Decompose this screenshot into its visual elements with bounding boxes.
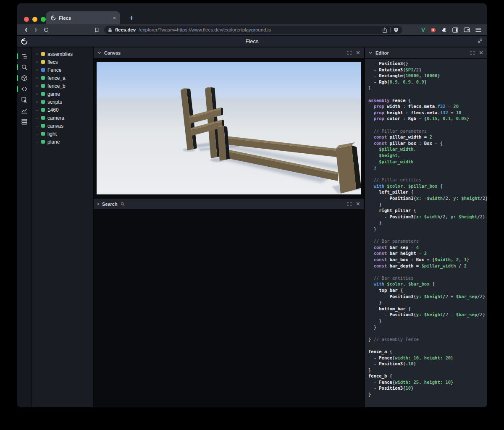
tree-item-flecs[interactable]: ›flecs [32,58,93,66]
code-line: } [368,220,487,226]
leaf-dash-icon: – [35,131,39,136]
rail-entity-tree-button[interactable] [17,53,32,60]
share-link-icon[interactable] [477,38,483,44]
close-window-button[interactable] [24,17,29,22]
code-line: } [368,367,487,373]
code-line: } [368,226,487,232]
url-host: flecs.dev [115,27,136,32]
rail-statistics-button[interactable] [17,108,32,114]
entity-label: flecs [47,59,58,65]
back-button[interactable] [21,25,31,34]
tree-outline-icon [21,53,28,60]
browser-toolbar: flecs.dev /explorer/?wasm=https://www.fl… [17,24,487,36]
red-extension-icon[interactable] [430,27,436,33]
entity-label: assemblies [47,51,73,57]
code-line: const bar_depth = $pillar_width / 2 [368,263,487,269]
code-line: prop width : flecs.meta.f32 = 20 [368,103,487,110]
reload-button[interactable] [41,25,51,34]
entity-label: camera [47,115,64,121]
code-line: // Pillar parameters [368,128,487,134]
code-content[interactable]: - Position3{} - Rotation3{$PI/2} - Recta… [365,59,487,407]
leaf-dash-icon: – [35,139,39,144]
rail-search-button[interactable] [17,64,32,71]
code-line: } // assembly Fence [368,336,487,343]
fullscreen-icon[interactable] [470,51,475,55]
new-tab-button[interactable]: + [126,13,137,24]
tree-item-Fence[interactable]: ›Fence [32,66,93,74]
tree-item-1460[interactable]: –1460 [32,106,93,114]
editor-panel-title: Editor [375,50,389,55]
expand-arrow-icon[interactable]: › [35,60,39,64]
code-line: - Position3{x: -$width/2, y: $height/2} [368,195,487,202]
entity-tree: ›assemblies›flecs›Fence›fence_a›fence_b›… [32,47,93,407]
browser-tab[interactable]: Flecs × [46,11,120,24]
tree-item-scripts[interactable]: ›scripts [32,98,93,106]
tree-item-canvas[interactable]: –canvas [32,122,93,130]
code-line: - Rectangle{10000, 10000} [368,73,487,79]
code-line: - Position3{-10} [368,361,487,367]
code-line: - Rotation3{$PI/2} [368,67,487,73]
brave-shields-icon[interactable] [394,27,399,33]
rail-editor-button[interactable] [17,86,32,92]
extensions-puzzle-icon[interactable] [441,27,447,33]
collapse-chevron-icon[interactable] [97,51,101,54]
entity-label: 1460 [47,107,59,113]
address-bar[interactable]: flecs.dev /explorer/?wasm=https://www.fl… [104,26,402,34]
code-line: - Position3{y: $height/2 - $bar_sep/2} [368,312,487,318]
code-line [368,91,487,97]
expand-arrow-icon[interactable]: › [35,92,39,96]
collapsed-indicator-dot-icon[interactable] [97,203,99,205]
rail-canvas-button[interactable] [17,75,32,81]
tab-bar: Flecs × + [17,3,487,24]
reading-list-bookmark-icon[interactable] [92,25,102,34]
tree-item-camera[interactable]: –camera [32,114,93,122]
sky [97,62,361,100]
code-line: } [368,391,487,398]
expand-arrow-icon[interactable]: › [35,68,39,72]
tree-item-fence_a[interactable]: ›fence_a [32,74,93,82]
zoom-window-button[interactable] [41,17,46,22]
active-panel-indicator [17,75,18,81]
vue-devtools-icon[interactable]: V [421,27,425,33]
search-panel-body[interactable] [94,210,364,407]
tab-favicon-flecs-logo-icon [50,15,56,21]
share-icon[interactable] [382,27,387,33]
code-line: const pillar_width = 2 [368,134,487,140]
line-chart-icon [21,108,28,114]
code-line: fence_a { [368,349,487,355]
menu-hamburger-icon[interactable] [475,27,481,32]
rail-inspector-button[interactable] [17,97,32,103]
wallet-icon[interactable] [464,27,470,32]
fullscreen-icon[interactable] [347,202,352,206]
tab-close-icon[interactable]: × [113,15,116,21]
close-panel-icon[interactable]: ✕ [479,50,483,55]
fullscreen-icon[interactable] [347,51,352,55]
entity-color-square [41,60,45,64]
code-line: with $color, $bar_box { [368,281,487,287]
code-line: // Bar parameters [368,238,487,244]
tree-item-light[interactable]: –light [32,130,93,138]
minimize-window-button[interactable] [32,17,37,22]
close-panel-icon[interactable]: ✕ [356,50,360,55]
code-line: - Rgb{0.9, 0.9, 0.9} [368,79,487,85]
expand-arrow-icon[interactable]: › [35,76,39,80]
entity-color-square [41,124,45,128]
tree-item-game[interactable]: ›game [32,90,93,98]
tree-item-plane[interactable]: –plane [32,138,93,146]
scene-viewport[interactable] [97,62,361,194]
rail-data-tables-button[interactable] [17,118,32,125]
lock-icon [108,28,112,32]
entity-color-square [41,52,45,56]
code-line: - Position3{x: $width/2, y: $height/2} [368,214,487,220]
entity-color-square [41,76,45,80]
expand-arrow-icon[interactable]: › [35,52,39,56]
tree-item-assemblies[interactable]: ›assemblies [32,50,93,58]
forward-button[interactable] [31,25,41,34]
tree-item-fence_b[interactable]: ›fence_b [32,82,93,90]
expand-arrow-icon[interactable]: › [35,100,39,104]
sidebar-toggle-icon[interactable] [452,27,458,33]
collapse-chevron-icon[interactable] [369,51,373,54]
code-line: // Pillar entities [368,177,487,183]
expand-arrow-icon[interactable]: › [35,84,39,88]
close-panel-icon[interactable]: ✕ [356,201,360,207]
